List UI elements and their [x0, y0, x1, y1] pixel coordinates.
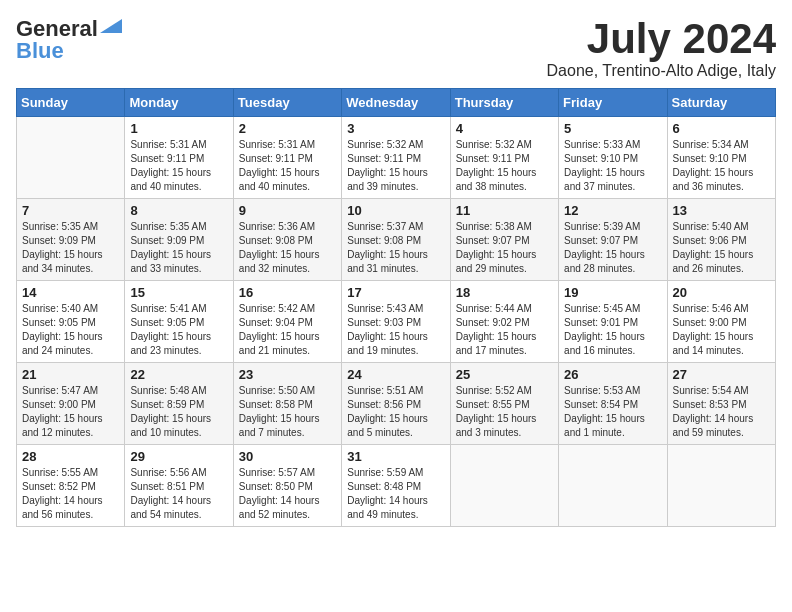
calendar-cell — [17, 117, 125, 199]
day-number: 25 — [456, 367, 553, 382]
day-info: Sunrise: 5:40 AM Sunset: 9:06 PM Dayligh… — [673, 220, 770, 276]
day-number: 20 — [673, 285, 770, 300]
day-number: 10 — [347, 203, 444, 218]
day-number: 8 — [130, 203, 227, 218]
day-number: 16 — [239, 285, 336, 300]
day-info: Sunrise: 5:35 AM Sunset: 9:09 PM Dayligh… — [130, 220, 227, 276]
day-number: 6 — [673, 121, 770, 136]
day-number: 27 — [673, 367, 770, 382]
day-info: Sunrise: 5:31 AM Sunset: 9:11 PM Dayligh… — [130, 138, 227, 194]
day-number: 31 — [347, 449, 444, 464]
weekday-header-row: SundayMondayTuesdayWednesdayThursdayFrid… — [17, 89, 776, 117]
calendar-cell: 5Sunrise: 5:33 AM Sunset: 9:10 PM Daylig… — [559, 117, 667, 199]
calendar-table: SundayMondayTuesdayWednesdayThursdayFrid… — [16, 88, 776, 527]
calendar-cell: 8Sunrise: 5:35 AM Sunset: 9:09 PM Daylig… — [125, 199, 233, 281]
day-number: 5 — [564, 121, 661, 136]
day-number: 2 — [239, 121, 336, 136]
day-number: 30 — [239, 449, 336, 464]
day-number: 3 — [347, 121, 444, 136]
day-number: 18 — [456, 285, 553, 300]
day-info: Sunrise: 5:51 AM Sunset: 8:56 PM Dayligh… — [347, 384, 444, 440]
day-info: Sunrise: 5:48 AM Sunset: 8:59 PM Dayligh… — [130, 384, 227, 440]
day-number: 19 — [564, 285, 661, 300]
weekday-header-monday: Monday — [125, 89, 233, 117]
day-info: Sunrise: 5:40 AM Sunset: 9:05 PM Dayligh… — [22, 302, 119, 358]
location-subtitle: Daone, Trentino-Alto Adige, Italy — [547, 62, 776, 80]
weekday-header-wednesday: Wednesday — [342, 89, 450, 117]
day-number: 11 — [456, 203, 553, 218]
day-number: 13 — [673, 203, 770, 218]
calendar-cell — [559, 445, 667, 527]
day-info: Sunrise: 5:36 AM Sunset: 9:08 PM Dayligh… — [239, 220, 336, 276]
day-number: 4 — [456, 121, 553, 136]
logo-icon — [100, 19, 122, 33]
calendar-cell: 12Sunrise: 5:39 AM Sunset: 9:07 PM Dayli… — [559, 199, 667, 281]
day-number: 9 — [239, 203, 336, 218]
calendar-cell: 23Sunrise: 5:50 AM Sunset: 8:58 PM Dayli… — [233, 363, 341, 445]
calendar-cell: 30Sunrise: 5:57 AM Sunset: 8:50 PM Dayli… — [233, 445, 341, 527]
calendar-cell: 15Sunrise: 5:41 AM Sunset: 9:05 PM Dayli… — [125, 281, 233, 363]
day-number: 29 — [130, 449, 227, 464]
calendar-cell: 25Sunrise: 5:52 AM Sunset: 8:55 PM Dayli… — [450, 363, 558, 445]
day-info: Sunrise: 5:41 AM Sunset: 9:05 PM Dayligh… — [130, 302, 227, 358]
day-info: Sunrise: 5:46 AM Sunset: 9:00 PM Dayligh… — [673, 302, 770, 358]
week-row-4: 21Sunrise: 5:47 AM Sunset: 9:00 PM Dayli… — [17, 363, 776, 445]
weekday-header-saturday: Saturday — [667, 89, 775, 117]
day-number: 26 — [564, 367, 661, 382]
calendar-cell: 14Sunrise: 5:40 AM Sunset: 9:05 PM Dayli… — [17, 281, 125, 363]
day-number: 12 — [564, 203, 661, 218]
calendar-cell: 27Sunrise: 5:54 AM Sunset: 8:53 PM Dayli… — [667, 363, 775, 445]
calendar-cell — [450, 445, 558, 527]
week-row-5: 28Sunrise: 5:55 AM Sunset: 8:52 PM Dayli… — [17, 445, 776, 527]
calendar-cell: 9Sunrise: 5:36 AM Sunset: 9:08 PM Daylig… — [233, 199, 341, 281]
title-area: July 2024 Daone, Trentino-Alto Adige, It… — [547, 16, 776, 80]
calendar-cell: 31Sunrise: 5:59 AM Sunset: 8:48 PM Dayli… — [342, 445, 450, 527]
day-info: Sunrise: 5:54 AM Sunset: 8:53 PM Dayligh… — [673, 384, 770, 440]
calendar-cell: 26Sunrise: 5:53 AM Sunset: 8:54 PM Dayli… — [559, 363, 667, 445]
svg-marker-0 — [100, 19, 122, 33]
weekday-header-friday: Friday — [559, 89, 667, 117]
month-title: July 2024 — [547, 16, 776, 62]
day-info: Sunrise: 5:50 AM Sunset: 8:58 PM Dayligh… — [239, 384, 336, 440]
day-number: 1 — [130, 121, 227, 136]
day-info: Sunrise: 5:44 AM Sunset: 9:02 PM Dayligh… — [456, 302, 553, 358]
calendar-cell: 10Sunrise: 5:37 AM Sunset: 9:08 PM Dayli… — [342, 199, 450, 281]
calendar-cell: 21Sunrise: 5:47 AM Sunset: 9:00 PM Dayli… — [17, 363, 125, 445]
calendar-cell: 24Sunrise: 5:51 AM Sunset: 8:56 PM Dayli… — [342, 363, 450, 445]
day-info: Sunrise: 5:59 AM Sunset: 8:48 PM Dayligh… — [347, 466, 444, 522]
day-info: Sunrise: 5:32 AM Sunset: 9:11 PM Dayligh… — [347, 138, 444, 194]
calendar-cell: 22Sunrise: 5:48 AM Sunset: 8:59 PM Dayli… — [125, 363, 233, 445]
week-row-2: 7Sunrise: 5:35 AM Sunset: 9:09 PM Daylig… — [17, 199, 776, 281]
day-number: 15 — [130, 285, 227, 300]
calendar-cell: 1Sunrise: 5:31 AM Sunset: 9:11 PM Daylig… — [125, 117, 233, 199]
day-info: Sunrise: 5:56 AM Sunset: 8:51 PM Dayligh… — [130, 466, 227, 522]
calendar-cell: 28Sunrise: 5:55 AM Sunset: 8:52 PM Dayli… — [17, 445, 125, 527]
day-number: 21 — [22, 367, 119, 382]
day-info: Sunrise: 5:33 AM Sunset: 9:10 PM Dayligh… — [564, 138, 661, 194]
calendar-cell: 7Sunrise: 5:35 AM Sunset: 9:09 PM Daylig… — [17, 199, 125, 281]
day-info: Sunrise: 5:47 AM Sunset: 9:00 PM Dayligh… — [22, 384, 119, 440]
calendar-cell: 3Sunrise: 5:32 AM Sunset: 9:11 PM Daylig… — [342, 117, 450, 199]
day-info: Sunrise: 5:39 AM Sunset: 9:07 PM Dayligh… — [564, 220, 661, 276]
calendar-cell: 20Sunrise: 5:46 AM Sunset: 9:00 PM Dayli… — [667, 281, 775, 363]
day-info: Sunrise: 5:53 AM Sunset: 8:54 PM Dayligh… — [564, 384, 661, 440]
calendar-cell: 4Sunrise: 5:32 AM Sunset: 9:11 PM Daylig… — [450, 117, 558, 199]
day-info: Sunrise: 5:42 AM Sunset: 9:04 PM Dayligh… — [239, 302, 336, 358]
calendar-cell: 16Sunrise: 5:42 AM Sunset: 9:04 PM Dayli… — [233, 281, 341, 363]
day-info: Sunrise: 5:37 AM Sunset: 9:08 PM Dayligh… — [347, 220, 444, 276]
calendar-cell: 11Sunrise: 5:38 AM Sunset: 9:07 PM Dayli… — [450, 199, 558, 281]
calendar-cell: 13Sunrise: 5:40 AM Sunset: 9:06 PM Dayli… — [667, 199, 775, 281]
calendar-body: 1Sunrise: 5:31 AM Sunset: 9:11 PM Daylig… — [17, 117, 776, 527]
day-info: Sunrise: 5:34 AM Sunset: 9:10 PM Dayligh… — [673, 138, 770, 194]
day-number: 7 — [22, 203, 119, 218]
day-number: 28 — [22, 449, 119, 464]
day-info: Sunrise: 5:31 AM Sunset: 9:11 PM Dayligh… — [239, 138, 336, 194]
day-info: Sunrise: 5:57 AM Sunset: 8:50 PM Dayligh… — [239, 466, 336, 522]
day-number: 17 — [347, 285, 444, 300]
calendar-cell: 2Sunrise: 5:31 AM Sunset: 9:11 PM Daylig… — [233, 117, 341, 199]
day-info: Sunrise: 5:32 AM Sunset: 9:11 PM Dayligh… — [456, 138, 553, 194]
weekday-header-sunday: Sunday — [17, 89, 125, 117]
day-number: 24 — [347, 367, 444, 382]
calendar-cell: 17Sunrise: 5:43 AM Sunset: 9:03 PM Dayli… — [342, 281, 450, 363]
header: General Blue July 2024 Daone, Trentino-A… — [16, 16, 776, 80]
